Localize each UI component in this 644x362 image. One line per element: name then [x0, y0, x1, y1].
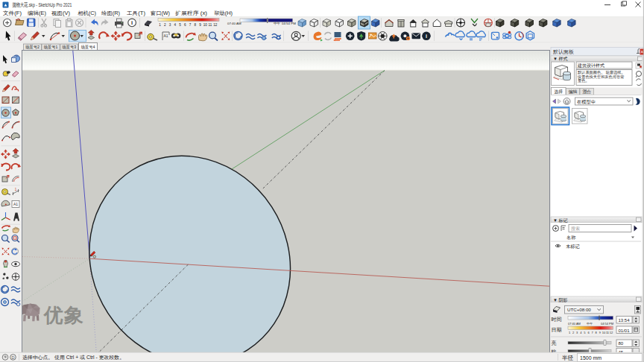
svg-text:i: i [131, 19, 133, 26]
svg-text:01/01: 01/01 [619, 328, 631, 333]
svg-text:相机(C): 相机(C) [78, 10, 96, 16]
svg-text:1: 1 [159, 23, 161, 27]
svg-text:07:40 AM: 07:40 AM [568, 322, 581, 326]
svg-text:6: 6 [184, 23, 186, 27]
svg-text:帮助(H): 帮助(H) [214, 10, 233, 16]
svg-text:1500 mm: 1500 mm [580, 355, 602, 361]
svg-text:4: 4 [174, 23, 176, 27]
svg-text:中午: 中午 [274, 22, 280, 25]
svg-text:抛物大花.skp - SketchUp Pro 2021: 抛物大花.skp - SketchUp Pro 2021 [13, 1, 72, 8]
svg-text:9: 9 [199, 23, 201, 27]
svg-text:混合: 混合 [582, 89, 591, 95]
svg-text:编辑(E): 编辑(E) [28, 10, 46, 16]
svg-text:半径: 半径 [562, 355, 574, 361]
svg-text:搜索: 搜索 [571, 226, 580, 232]
svg-text:场景号1: 场景号1 [43, 45, 58, 50]
svg-text:亮: 亮 [552, 340, 557, 346]
svg-text:选择中心点。 使用 Ctrl + 或 Ctrl - 更改段数: 选择中心点。 使用 Ctrl + 或 Ctrl - 更改段数。 [22, 355, 124, 361]
svg-text:在模型中: 在模型中 [577, 99, 596, 105]
svg-text:▼ 阴影: ▼ 阴影 [553, 297, 568, 303]
svg-text:11: 11 [209, 23, 212, 27]
svg-text:A1: A1 [163, 34, 168, 38]
svg-text:04:54 PM: 04:54 PM [282, 22, 296, 25]
svg-text:建筑设计样式: 建筑设计样式 [577, 63, 604, 69]
svg-text:优象: 优象 [42, 304, 84, 326]
svg-text:07:40 AM: 07:40 AM [227, 22, 242, 25]
svg-text:中午: 中午 [587, 322, 593, 326]
svg-text:工具(T): 工具(T) [127, 10, 145, 16]
svg-text:选择: 选择 [554, 89, 563, 95]
svg-text:UTC+08:00: UTC+08:00 [567, 307, 591, 312]
svg-text:名称: 名称 [566, 235, 576, 241]
svg-text:04:54 PM: 04:54 PM [601, 322, 613, 326]
svg-text:3: 3 [169, 23, 171, 27]
svg-text:×: × [640, 49, 643, 54]
svg-text:13:54: 13:54 [619, 318, 631, 323]
svg-text:10: 10 [203, 23, 208, 27]
svg-text:▼ 标记: ▼ 标记 [553, 217, 568, 223]
svg-text:场景号4: 场景号4 [80, 45, 95, 50]
svg-text:12: 12 [610, 331, 613, 334]
svg-text:A1: A1 [13, 202, 18, 206]
svg-text:场景号3: 场景号3 [61, 45, 76, 50]
svg-text:D: D [12, 355, 15, 360]
svg-text:未标记: 未标记 [566, 244, 580, 250]
svg-text:80: 80 [619, 341, 624, 346]
svg-text:窗口(W): 窗口(W) [151, 10, 170, 16]
svg-text:8: 8 [194, 23, 196, 27]
svg-text:景色。: 景色。 [578, 78, 590, 83]
svg-text:5: 5 [179, 23, 181, 27]
svg-text:视图(V): 视图(V) [51, 10, 70, 16]
svg-text:7: 7 [189, 23, 192, 27]
svg-text:i: i [426, 34, 427, 39]
svg-text:编辑: 编辑 [569, 89, 578, 94]
svg-text:扩展程序 (x): 扩展程序 (x) [175, 10, 207, 16]
svg-text:时间: 时间 [552, 317, 562, 323]
svg-text:2: 2 [164, 23, 166, 27]
svg-text:默认面板: 默认面板 [552, 49, 574, 55]
svg-text:绘图(R): 绘图(R) [101, 10, 120, 16]
svg-text:12: 12 [213, 23, 218, 27]
svg-text:文件(F): 文件(F) [3, 10, 22, 16]
svg-text:日期: 日期 [552, 327, 562, 333]
svg-text:▼ 样式: ▼ 样式 [553, 57, 568, 61]
svg-text:场景号2: 场景号2 [25, 45, 40, 50]
